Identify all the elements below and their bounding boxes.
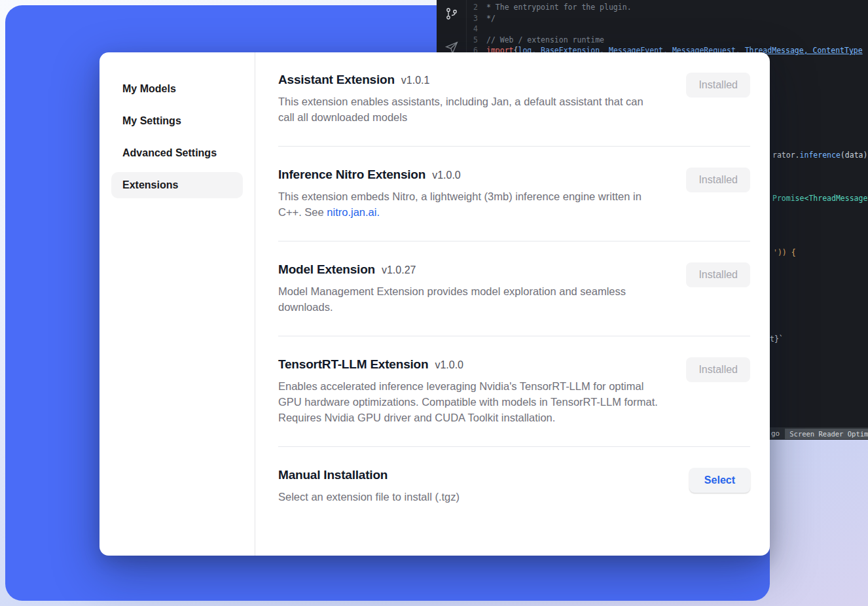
sidebar-item-advanced-settings[interactable]: Advanced Settings: [111, 140, 243, 166]
extension-title: TensortRT-LLM Extension: [278, 357, 428, 372]
extension-version: v1.0.1: [401, 75, 430, 86]
installed-button[interactable]: Installed: [686, 262, 750, 287]
line-number: 3: [467, 13, 486, 24]
installed-button[interactable]: Installed: [686, 357, 750, 382]
extension-row-nitro: Inference Nitro Extension v1.0.0 This ex…: [278, 147, 750, 241]
code-fragment: rator.inference(data));: [772, 151, 868, 160]
extension-row-tensorrt: TensortRT-LLM Extension v1.0.0 Enables a…: [278, 336, 750, 447]
code-line: 4: [467, 24, 868, 35]
code-fragment: ')) {: [773, 248, 796, 257]
sidebar-item-my-settings[interactable]: My Settings: [111, 108, 243, 134]
nitro-jan-ai-link[interactable]: nitro.jan.ai.: [327, 206, 380, 218]
sidebar-item-my-models[interactable]: My Models: [111, 76, 243, 102]
screen-reader-optimize-button[interactable]: Screen Reader Optimize: [785, 429, 868, 439]
settings-modal: My Models My Settings Advanced Settings …: [99, 52, 770, 556]
extension-title: Inference Nitro Extension: [278, 168, 425, 182]
sidebar-item-extensions[interactable]: Extensions: [111, 172, 243, 198]
code-lines: 2 * The entrypoint for the plugin. 3 */ …: [467, 2, 868, 56]
settings-sidebar: My Models My Settings Advanced Settings …: [99, 52, 255, 556]
manual-installation-description: Select an extension file to install (.tg…: [278, 489, 460, 505]
select-file-button[interactable]: Select: [689, 468, 750, 493]
code-line: 5 // Web / extension runtime: [467, 35, 868, 46]
extensions-panel: Assistant Extension v1.0.1 This extensio…: [255, 52, 770, 556]
extension-description: Enables accelerated inference leveraging…: [278, 378, 661, 425]
code-fragment: Promise<ThreadMessage>: [772, 194, 868, 203]
manual-installation-title: Manual Installation: [278, 468, 388, 482]
extension-title: Assistant Extension: [278, 73, 395, 87]
installed-button[interactable]: Installed: [686, 73, 750, 98]
line-number: 5: [467, 35, 486, 46]
extension-title: Model Extension: [278, 262, 375, 277]
manual-installation-row: Manual Installation Select an extension …: [278, 447, 750, 526]
extension-row-model: Model Extension v1.0.27 Model Management…: [278, 241, 750, 336]
extension-description: This extension embeds Nitro, a lightweig…: [278, 188, 661, 220]
code-line: 3 */: [467, 13, 868, 24]
line-number: 2: [467, 2, 486, 13]
extension-version: v1.0.27: [382, 264, 416, 276]
code-fragment: t}`: [770, 334, 784, 344]
installed-button[interactable]: Installed: [686, 168, 750, 192]
git-branch-icon[interactable]: [445, 7, 458, 23]
extension-version: v1.0.0: [432, 169, 461, 181]
extension-description: Model Management Extension provides mode…: [278, 283, 661, 315]
extension-version: v1.0.0: [435, 359, 463, 371]
line-number: 4: [467, 24, 486, 35]
code-line: 2 * The entrypoint for the plugin.: [467, 2, 868, 13]
extension-row-assistant: Assistant Extension v1.0.1 This extensio…: [278, 73, 750, 147]
status-text: go: [771, 429, 780, 438]
extension-description: This extension enables assistants, inclu…: [278, 94, 661, 125]
